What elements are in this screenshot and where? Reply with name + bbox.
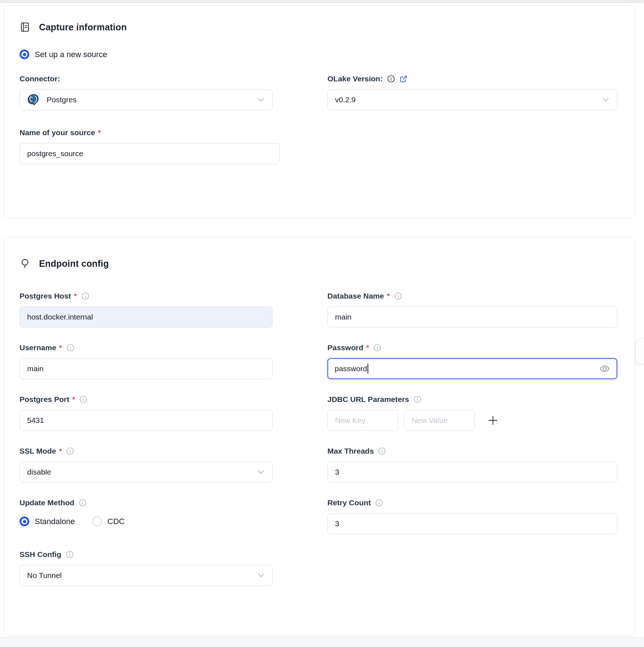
ssh-config-info-icon[interactable] bbox=[66, 550, 74, 558]
connector-label: Connector: bbox=[20, 74, 60, 83]
ssl-mode-field: SSL Mode * disable bbox=[20, 447, 272, 483]
postgres-host-info-icon[interactable] bbox=[81, 292, 89, 300]
ssl-mode-label: SSL Mode bbox=[20, 447, 56, 455]
ssh-config-field: SSH Config No Tunnel bbox=[20, 550, 272, 586]
source-name-field: Name of your source * bbox=[20, 128, 280, 164]
ssh-config-select[interactable]: No Tunnel bbox=[20, 565, 272, 586]
required-marker: * bbox=[72, 395, 75, 404]
external-link-icon[interactable] bbox=[399, 75, 408, 83]
postgres-host-input[interactable] bbox=[20, 307, 272, 327]
chevron-down-icon bbox=[257, 96, 265, 104]
jdbc-new-value-input[interactable] bbox=[404, 410, 475, 431]
capture-card-title: Capture information bbox=[39, 22, 127, 33]
update-method-cdc-radio[interactable] bbox=[92, 517, 102, 526]
username-label: Username bbox=[20, 343, 56, 352]
connector-select[interactable]: Postgres bbox=[20, 89, 272, 110]
password-info-icon[interactable] bbox=[373, 344, 381, 352]
side-drawer-handle[interactable] bbox=[635, 338, 644, 364]
olake-version-select[interactable]: v0.2.9 bbox=[327, 89, 617, 110]
required-marker: * bbox=[366, 343, 369, 352]
chevron-down-icon bbox=[257, 468, 265, 476]
required-marker: * bbox=[387, 292, 390, 300]
jdbc-url-parameters-label: JDBC URL Parameters bbox=[327, 395, 409, 404]
database-name-field: Database Name * bbox=[327, 292, 617, 327]
database-name-info-icon[interactable] bbox=[394, 292, 402, 300]
password-visibility-eye-icon[interactable] bbox=[599, 363, 610, 374]
ssh-config-value: No Tunnel bbox=[27, 571, 257, 580]
olake-version-value: v0.2.9 bbox=[335, 95, 602, 104]
endpoint-pin-icon bbox=[20, 258, 30, 269]
jdbc-info-icon[interactable] bbox=[413, 395, 421, 403]
jdbc-new-key-input[interactable] bbox=[327, 410, 398, 431]
update-method-standalone-radio[interactable] bbox=[20, 517, 29, 526]
username-input[interactable] bbox=[20, 358, 272, 379]
postgres-port-info-icon[interactable] bbox=[80, 395, 87, 403]
chevron-down-icon bbox=[602, 96, 610, 104]
capture-notebook-icon bbox=[20, 21, 30, 33]
capture-card-header: Capture information bbox=[20, 21, 617, 33]
required-marker: * bbox=[59, 343, 62, 352]
postgres-port-input[interactable] bbox=[20, 410, 272, 431]
update-method-field: Update Method Standalone CDC bbox=[20, 498, 272, 534]
postgres-host-field: Postgres Host * bbox=[20, 292, 272, 327]
postgres-port-label: Postgres Port bbox=[20, 395, 69, 404]
connector-field: Connector: Postgres bbox=[20, 74, 272, 110]
source-name-input[interactable] bbox=[20, 143, 280, 164]
max-threads-label: Max Threads bbox=[327, 447, 374, 455]
capture-information-card: Capture information Set up a new source … bbox=[4, 5, 635, 218]
postgres-port-field: Postgres Port * bbox=[20, 395, 272, 431]
olake-version-label: OLake Version: bbox=[327, 74, 383, 83]
required-marker: * bbox=[74, 292, 77, 300]
update-method-info-icon[interactable] bbox=[79, 499, 87, 507]
olake-version-info-icon[interactable] bbox=[387, 75, 395, 83]
postgres-host-label: Postgres Host bbox=[20, 292, 71, 300]
password-field: Password * password bbox=[327, 343, 617, 379]
retry-count-field: Retry Count bbox=[327, 498, 617, 534]
retry-count-label: Retry Count bbox=[327, 498, 371, 507]
database-name-label: Database Name bbox=[327, 292, 384, 300]
retry-count-input[interactable] bbox=[327, 513, 617, 534]
update-method-label: Update Method bbox=[20, 498, 74, 507]
password-value: password bbox=[335, 364, 367, 373]
max-threads-info-icon[interactable] bbox=[378, 447, 386, 455]
required-marker: * bbox=[59, 447, 62, 455]
endpoint-card-title: Endpoint config bbox=[39, 258, 109, 269]
ssl-mode-info-icon[interactable] bbox=[66, 447, 74, 455]
new-source-radio-label: Set up a new source bbox=[35, 50, 107, 59]
database-name-input[interactable] bbox=[327, 307, 617, 327]
ssh-config-label: SSH Config bbox=[20, 550, 61, 559]
update-method-standalone-label: Standalone bbox=[35, 517, 75, 526]
olake-version-field: OLake Version: v0.2. bbox=[327, 74, 617, 110]
jdbc-url-parameters-field: JDBC URL Parameters bbox=[327, 395, 617, 431]
endpoint-config-card: Endpoint config Postgres Host * Database… bbox=[4, 237, 635, 636]
password-input[interactable]: password bbox=[327, 358, 617, 379]
new-source-radio[interactable] bbox=[20, 50, 29, 59]
ssl-mode-select[interactable]: disable bbox=[20, 462, 272, 483]
add-jdbc-parameter-button[interactable] bbox=[486, 414, 499, 427]
username-info-icon[interactable] bbox=[66, 344, 74, 352]
required-marker: * bbox=[98, 128, 101, 137]
password-label: Password bbox=[327, 343, 363, 352]
max-threads-field: Max Threads bbox=[327, 447, 617, 483]
postgres-logo-icon bbox=[27, 93, 40, 106]
ssl-mode-value: disable bbox=[27, 468, 257, 476]
max-threads-input[interactable] bbox=[327, 462, 617, 483]
retry-count-info-icon[interactable] bbox=[375, 499, 383, 507]
connector-select-value: Postgres bbox=[47, 95, 257, 104]
endpoint-card-header: Endpoint config bbox=[20, 258, 617, 269]
bottom-background-band bbox=[0, 637, 644, 647]
chevron-down-icon bbox=[257, 571, 265, 579]
top-divider-strip bbox=[0, 0, 644, 3]
username-field: Username * bbox=[20, 343, 272, 379]
source-name-label: Name of your source bbox=[20, 128, 95, 137]
text-caret bbox=[368, 364, 368, 374]
update-method-cdc-label: CDC bbox=[107, 517, 125, 526]
